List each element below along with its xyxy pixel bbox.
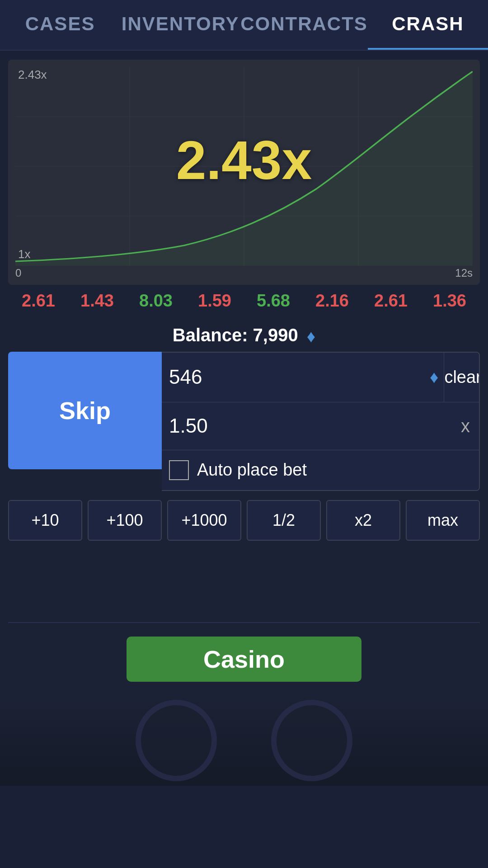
history-item: 5.68 [257, 291, 290, 311]
bet-multiplier-row: x [162, 402, 479, 450]
decorative-wheel-left [136, 700, 217, 781]
crash-chart: 2.43x 2.43x 1x 0 12s [8, 60, 480, 285]
bet-area: Skip ♦ clear x Auto place bet [8, 352, 480, 491]
bet-amount-input[interactable] [162, 353, 424, 402]
history-item: 1.43 [80, 291, 114, 311]
quick-bet-half[interactable]: 1/2 [247, 500, 321, 541]
crash-history-row: 2.61 1.43 8.03 1.59 5.68 2.16 2.61 1.36 [0, 285, 488, 317]
bet-amount-row: ♦ clear [162, 353, 479, 402]
balance-label: Balance: 7,990 [173, 325, 298, 345]
x-label: x [461, 416, 479, 436]
bet-inputs-panel: ♦ clear x Auto place bet [162, 352, 480, 491]
auto-bet-checkbox[interactable] [169, 460, 189, 480]
history-item: 2.61 [22, 291, 55, 311]
quick-bet-x2[interactable]: x2 [326, 500, 400, 541]
casino-button-wrap: Casino [0, 623, 488, 695]
chart-x-end: 12s [455, 267, 473, 279]
bottom-decorative-area [0, 695, 488, 786]
spacer [0, 541, 488, 622]
navigation-bar: CASES INVENTORY CONTRACTS CRASH [0, 0, 488, 51]
history-item: 2.61 [374, 291, 408, 311]
history-item: 8.03 [139, 291, 173, 311]
bet-diamond-icon: ♦ [424, 368, 444, 387]
chart-x-start: 0 [15, 267, 21, 279]
bet-multiplier-input[interactable] [162, 402, 461, 450]
nav-item-contracts[interactable]: CONTRACTS [240, 0, 368, 50]
main-content: 2.43x 2.43x 1x 0 12s 2.61 1 [0, 60, 488, 786]
history-item: 1.59 [198, 291, 231, 311]
history-item: 2.16 [315, 291, 349, 311]
chart-x-labels: 0 12s [15, 266, 473, 281]
nav-item-inventory[interactable]: INVENTORY [120, 0, 240, 50]
bet-row-top: Skip ♦ clear x Auto place bet [8, 352, 480, 491]
auto-bet-label: Auto place bet [197, 460, 307, 480]
skip-button[interactable]: Skip [8, 352, 162, 469]
history-item: 1.36 [433, 291, 466, 311]
quick-bet-max[interactable]: max [406, 500, 480, 541]
quick-bet-plus1000[interactable]: +1000 [167, 500, 241, 541]
casino-button[interactable]: Casino [127, 637, 361, 682]
quick-bet-plus100[interactable]: +100 [88, 500, 162, 541]
quick-bet-plus10[interactable]: +10 [8, 500, 82, 541]
diamond-icon: ♦ [307, 327, 315, 346]
chart-svg-area: 2.43x [15, 67, 473, 266]
balance-display: Balance: 7,990 ♦ [0, 317, 488, 352]
decorative-wheel-right [271, 700, 352, 781]
quick-bet-buttons: +10 +100 +1000 1/2 x2 max [8, 500, 480, 541]
nav-item-crash[interactable]: CRASH [368, 0, 488, 50]
chart-y-min-label: 1x [18, 247, 30, 261]
nav-item-cases[interactable]: CASES [0, 0, 120, 50]
clear-button[interactable]: clear [444, 353, 480, 402]
auto-bet-row: Auto place bet [162, 450, 479, 490]
crash-curve-svg [15, 67, 473, 266]
